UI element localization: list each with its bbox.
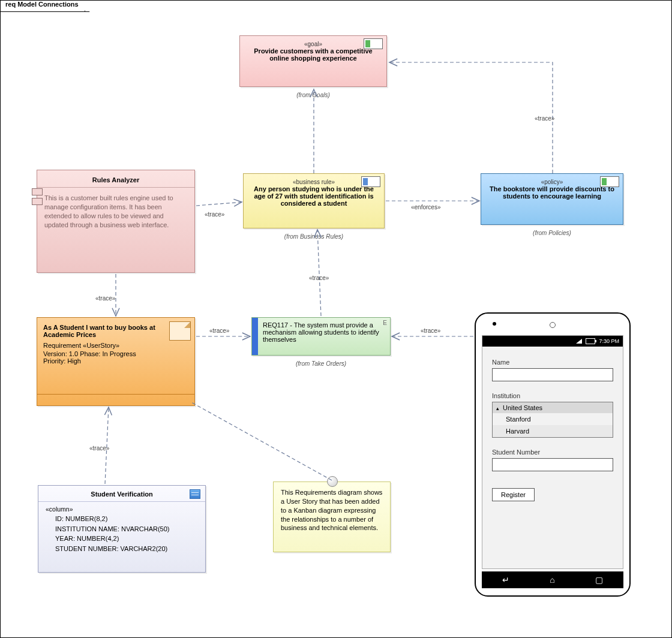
svg-text:«enforces»: «enforces» (411, 204, 441, 210)
register-button[interactable]: Register (492, 488, 535, 501)
table-col-0: ID: NUMBER(8,2) (55, 514, 199, 524)
battery-icon (586, 338, 595, 344)
component-port-icon (32, 188, 43, 207)
table-section: «column» (38, 502, 205, 513)
label-institution: Institution (492, 392, 613, 399)
table-col-1: INSTITUTION NAME: NVARCHAR(50) (55, 524, 199, 534)
student-verification-table[interactable]: Student Verification «column» ID: NUMBER… (38, 485, 206, 573)
rule-icon (361, 176, 380, 187)
signal-icon (576, 339, 582, 344)
element-marker-icon: E (383, 320, 387, 326)
label-student-number: Student Number (492, 449, 613, 456)
nav-back-icon[interactable]: ↵ (502, 575, 509, 585)
policy-stereotype: «policy» (490, 179, 614, 185)
svg-text:«trace»: «trace» (209, 327, 230, 334)
req-from: (from Take Orders) (251, 360, 391, 367)
userstory-node[interactable]: As A Student I want to buy books at Acad… (37, 317, 195, 406)
svg-text:«trace»: «trace» (205, 211, 225, 218)
nav-recent-icon[interactable]: ▢ (595, 575, 603, 585)
rules-analyzer-component[interactable]: Rules Analyzer This is a customer built … (37, 170, 195, 273)
phone-camera-icon (493, 322, 496, 326)
frame-title-text: req Model Connections (5, 1, 79, 8)
component-title: Rules Analyzer (37, 170, 194, 188)
institution-item-1[interactable]: Harvard (493, 425, 613, 437)
goal-title: Provide customers with a competitive onl… (248, 47, 378, 62)
table-col-3: STUDENT NUMBER: VARCHAR2(20) (55, 544, 199, 554)
req-kanban-bar (252, 318, 258, 355)
input-student-number[interactable] (492, 458, 613, 471)
policy-from: (from Policies) (481, 230, 623, 236)
institution-item-0[interactable]: Stanford (493, 413, 613, 425)
institution-list-header[interactable]: United States (493, 402, 613, 413)
req117-node[interactable]: E REQ117 - The system must provide a mec… (251, 317, 391, 356)
svg-text:«trace»: «trace» (95, 295, 116, 302)
component-desc: This is a customer built rules engine us… (37, 188, 194, 235)
label-name: Name (492, 359, 613, 366)
diagram-frame: req Model Connections «goal» Provide cus… (0, 0, 672, 638)
rule-title: Any person studying who is under the age… (252, 185, 376, 207)
table-title: Student Verification (38, 486, 205, 502)
note-text: This Requirements diagram shows a User S… (281, 489, 382, 531)
table-icon (190, 489, 200, 499)
phone-mockup[interactable]: 7:30 PM Name Institution United States S… (475, 312, 631, 597)
policy-node[interactable]: «policy» The bookstore will provide disc… (481, 173, 623, 225)
phone-navbar: ↵ ⌂ ▢ (482, 571, 623, 588)
frame-title: req Model Connections (1, 1, 85, 12)
input-name[interactable] (492, 368, 613, 381)
userstory-meta: Version: 1.0 Phase: In Progress (37, 350, 194, 357)
userstory-note-icon (169, 321, 191, 341)
rule-stereotype: «business rule» (252, 179, 376, 185)
goal-stereotype: «goal» (248, 41, 378, 47)
goal-icon (364, 38, 383, 49)
phone-speaker-icon (550, 322, 556, 328)
businessrule-node[interactable]: «business rule» Any person studying who … (243, 173, 385, 228)
table-col-2: YEAR: NUMBER(4,2) (55, 534, 199, 544)
policy-title: The bookstore will provide discounts to … (490, 185, 614, 200)
diagram-note[interactable]: This Requirements diagram shows a User S… (273, 481, 391, 552)
userstory-priority: Priority: High (37, 357, 194, 365)
userstory-type: Requirement «UserStory» (37, 341, 194, 350)
note-pin-icon (327, 476, 338, 487)
svg-text:«trace»: «trace» (421, 327, 441, 334)
phone-time: 7:30 PM (599, 338, 619, 344)
req-title: REQ117 - The system must provide a mecha… (263, 321, 384, 343)
institution-list[interactable]: United States Stanford Harvard (492, 402, 613, 438)
goal-from: (from Goals) (239, 92, 387, 98)
policy-icon (600, 176, 619, 187)
svg-text:«trace»: «trace» (89, 445, 110, 452)
phone-screen: 7:30 PM Name Institution United States S… (482, 335, 623, 569)
nav-home-icon[interactable]: ⌂ (550, 575, 554, 585)
svg-text:«trace»: «trace» (535, 115, 555, 122)
goal-node[interactable]: «goal» Provide customers with a competit… (239, 35, 387, 87)
phone-statusbar: 7:30 PM (482, 336, 623, 347)
rule-from: (from Business Rules) (243, 233, 385, 240)
svg-text:«trace»: «trace» (309, 275, 329, 281)
